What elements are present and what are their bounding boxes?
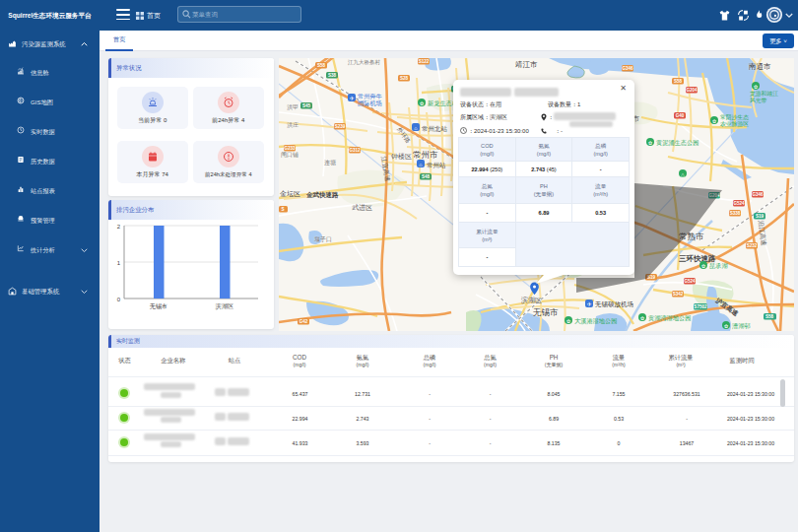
svg-text:闸口铺: 闸口铺	[281, 152, 299, 159]
svg-text:S338: S338	[730, 211, 741, 216]
svg-text:G524: G524	[684, 279, 696, 284]
svg-text:钟楼区: 钟楼区	[390, 153, 412, 161]
svg-text:黄泥浦生态公园: 黄泥浦生态公园	[656, 139, 698, 147]
svg-text:漕湖邨: 漕湖邨	[732, 322, 751, 330]
svg-text:S19: S19	[647, 275, 656, 280]
svg-text:金武快速路: 金武快速路	[305, 191, 339, 199]
svg-text:金坛区: 金坛区	[280, 190, 300, 197]
svg-text:洪甲: 洪甲	[287, 104, 299, 110]
svg-text:常州北站: 常州北站	[422, 125, 448, 133]
svg-text:江九大桥条村: 江九大桥条村	[348, 59, 381, 66]
svg-text:✿: ✿	[754, 84, 758, 90]
svg-text:大溪港湿地公园: 大溪港湿地公园	[574, 317, 617, 325]
svg-text:昆承湖: 昆承湖	[709, 262, 728, 270]
svg-text:农业旅游区: 农业旅游区	[720, 120, 749, 128]
svg-text:△: △	[681, 171, 685, 177]
svg-text:无锡市: 无锡市	[150, 302, 168, 310]
svg-text:G40: G40	[676, 113, 685, 118]
svg-text:1: 1	[117, 260, 121, 266]
svg-text:S232: S232	[747, 243, 758, 248]
svg-text:常州站: 常州站	[427, 162, 446, 169]
svg-text:0: 0	[117, 297, 121, 302]
svg-text:堰子口: 堰子口	[313, 235, 332, 243]
svg-text:G42: G42	[299, 319, 308, 324]
svg-text:武进区: 武进区	[352, 204, 372, 212]
svg-text:国际机场: 国际机场	[358, 100, 382, 107]
svg-text:S58: S58	[317, 63, 326, 68]
svg-text:⌂: ⌂	[419, 162, 422, 167]
svg-text:G204: G204	[686, 88, 698, 93]
svg-text:✿: ✿	[640, 315, 644, 321]
svg-text:南通市: 南通市	[748, 62, 771, 71]
svg-text:贡湖湾湿地公园: 贡湖湾湿地公园	[648, 314, 691, 322]
svg-text:✈: ✈	[586, 301, 591, 307]
svg-text:常州奔牛: 常州奔牛	[358, 93, 383, 100]
svg-text:常熟市: 常熟市	[679, 232, 704, 241]
svg-text:连塘: 连塘	[324, 159, 336, 166]
svg-text:S58: S58	[765, 314, 774, 319]
svg-text:S45: S45	[302, 103, 311, 108]
svg-text:✿: ✿	[712, 118, 716, 124]
svg-text:S38: S38	[328, 73, 337, 78]
svg-text:滨湖区: 滨湖区	[215, 302, 234, 310]
svg-text:靖江市: 靖江市	[515, 60, 538, 69]
svg-text:洪庄: 洪庄	[287, 121, 299, 128]
svg-text:常州市: 常州市	[413, 150, 438, 160]
svg-text:✿: ✿	[420, 100, 424, 106]
svg-text:常阴沙生态: 常阴沙生态	[720, 114, 749, 121]
svg-text:✿: ✿	[701, 263, 705, 269]
svg-text:S122: S122	[419, 59, 430, 64]
svg-text:无锡硕放机场: 无锡硕放机场	[595, 300, 633, 308]
svg-text:G524: G524	[733, 201, 745, 206]
svg-text:G346: G346	[622, 66, 633, 71]
svg-text:龙游和靖江: 龙游和靖江	[750, 90, 778, 98]
svg-text:S: S	[281, 207, 284, 212]
svg-text:✿: ✿	[724, 323, 728, 329]
svg-text:S19: S19	[756, 214, 765, 219]
svg-text:S239: S239	[335, 124, 346, 129]
svg-text:S28: S28	[400, 76, 409, 81]
svg-text:G312: G312	[349, 148, 361, 153]
svg-text:G233: G233	[284, 146, 296, 151]
svg-text:S342: S342	[673, 292, 684, 297]
svg-text:S7502: S7502	[694, 304, 707, 309]
svg-text:S48: S48	[422, 174, 431, 179]
svg-text:S58: S58	[674, 79, 683, 84]
svg-text:2: 2	[117, 224, 121, 230]
svg-text:⌂: ⌂	[414, 125, 417, 131]
svg-text:✿: ✿	[566, 318, 570, 324]
svg-text:G204: G204	[708, 193, 720, 198]
svg-text:G346: G346	[752, 192, 764, 197]
svg-text:风光带: 风光带	[750, 98, 767, 104]
svg-text:无锡市: 无锡市	[533, 307, 559, 317]
svg-text:✿: ✿	[648, 140, 652, 146]
svg-text:滨湖区: 滨湖区	[521, 296, 542, 304]
svg-text:✈: ✈	[349, 96, 354, 101]
